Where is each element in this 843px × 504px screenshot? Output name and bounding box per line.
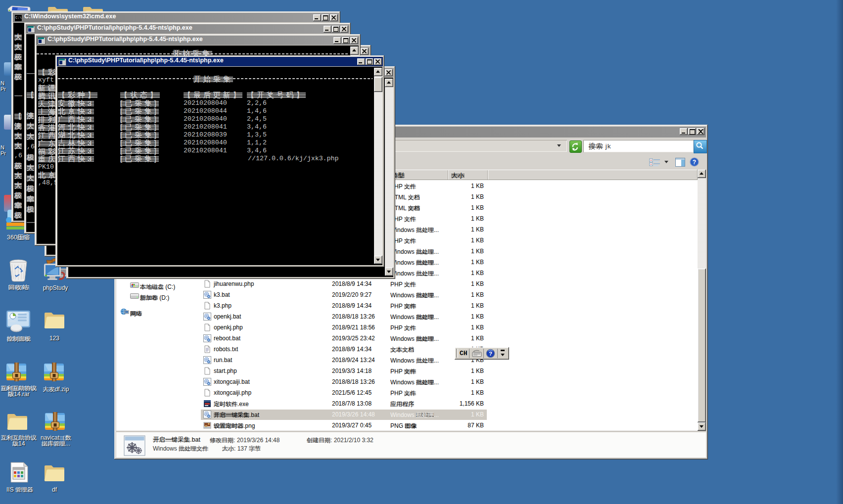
svg-text:?: ? (489, 351, 492, 357)
svg-text:?: ? (693, 159, 696, 166)
